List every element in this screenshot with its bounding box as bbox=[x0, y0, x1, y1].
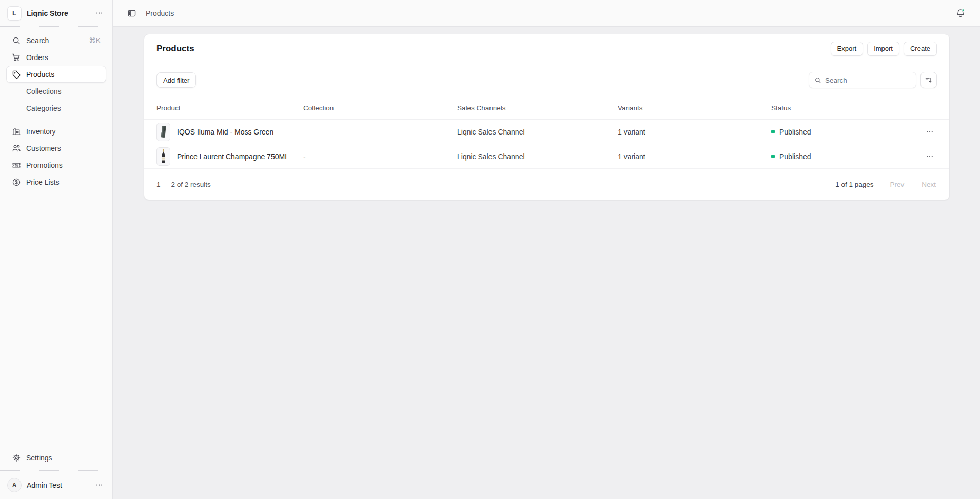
search-box[interactable] bbox=[809, 72, 916, 88]
store-name: Liqnic Store bbox=[27, 9, 88, 17]
users-icon bbox=[12, 144, 21, 153]
variants-cell: 1 variant bbox=[618, 152, 771, 161]
next-page-button[interactable]: Next bbox=[920, 179, 937, 190]
export-button[interactable]: Export bbox=[831, 42, 864, 56]
sidebar-item-promotions[interactable]: Promotions bbox=[6, 157, 106, 174]
sidebar-item-label: Search bbox=[26, 36, 84, 45]
sidebar-item-label: Collections bbox=[26, 87, 101, 95]
user-name: Admin Test bbox=[27, 481, 88, 489]
sidebar-item-label: Products bbox=[26, 70, 101, 79]
sidebar-item-label: Promotions bbox=[26, 161, 101, 169]
panel-left-icon bbox=[127, 9, 136, 18]
sidebar-item-categories[interactable]: Categories bbox=[6, 100, 106, 117]
column-header-collection: Collection bbox=[303, 104, 457, 112]
table-row[interactable]: IQOS Iluma Mid - Moss Green Liqnic Sales… bbox=[144, 120, 949, 144]
status-dot-green bbox=[771, 155, 775, 158]
products-card: Products Export Import Create Add filter bbox=[144, 34, 950, 200]
sidebar-item-inventory[interactable]: Inventory bbox=[6, 123, 106, 140]
product-thumbnail bbox=[156, 147, 170, 166]
variants-cell: 1 variant bbox=[618, 128, 771, 136]
sidebar-item-label: Categories bbox=[26, 104, 101, 112]
add-filter-button[interactable]: Add filter bbox=[156, 72, 196, 88]
page-count: 1 of 1 pages bbox=[835, 181, 873, 188]
results-count: 1 — 2 of 2 results bbox=[156, 181, 211, 188]
store-avatar: L bbox=[7, 6, 22, 21]
building-icon bbox=[12, 127, 21, 136]
sidebar: L Liqnic Store Search ⌘K Orders bbox=[0, 0, 113, 499]
sidebar-item-label: Settings bbox=[26, 454, 101, 462]
app-root: L Liqnic Store Search ⌘K Orders bbox=[0, 0, 980, 499]
sidebar-item-label: Price Lists bbox=[26, 178, 101, 186]
ellipsis-icon bbox=[95, 481, 103, 489]
ellipsis-icon bbox=[95, 9, 103, 17]
gear-icon bbox=[12, 453, 21, 463]
prev-page-button[interactable]: Prev bbox=[889, 179, 905, 190]
collection-cell: - bbox=[303, 152, 457, 161]
store-menu-button[interactable] bbox=[93, 7, 105, 19]
status-badge: Published bbox=[779, 128, 811, 136]
main-area: Products Products Export Import Create bbox=[113, 0, 980, 499]
user-menu[interactable]: A Admin Test bbox=[0, 470, 112, 499]
table-footer: 1 — 2 of 2 results 1 of 1 pages Prev Nex… bbox=[144, 169, 949, 200]
filter-right bbox=[809, 72, 937, 88]
sidebar-item-search[interactable]: Search ⌘K bbox=[6, 32, 106, 49]
bell-icon bbox=[955, 8, 966, 18]
dollar-circle-icon bbox=[12, 178, 21, 187]
keyboard-shortcut: ⌘K bbox=[89, 36, 101, 44]
notifications-button[interactable] bbox=[953, 6, 968, 21]
status-dot-green bbox=[771, 130, 775, 133]
table-row[interactable]: Prince Laurent Champagne 750ML - Liqnic … bbox=[144, 144, 949, 169]
search-icon bbox=[12, 36, 21, 45]
sidebar-item-label: Customers bbox=[26, 144, 101, 152]
sidebar-item-price-lists[interactable]: Price Lists bbox=[6, 174, 106, 190]
sidebar-item-orders[interactable]: Orders bbox=[6, 49, 106, 66]
sidebar-item-label: Orders bbox=[26, 53, 101, 62]
topbar-right bbox=[953, 6, 968, 21]
sidebar-item-settings[interactable]: Settings bbox=[6, 449, 106, 466]
sidebar-item-label: Inventory bbox=[26, 127, 101, 136]
status-badge: Published bbox=[779, 152, 811, 161]
column-header-sales-channels: Sales Channels bbox=[457, 104, 618, 112]
sort-button[interactable] bbox=[920, 72, 937, 88]
products-table: Product Collection Sales Channels Varian… bbox=[144, 97, 949, 169]
sidebar-spacer bbox=[0, 190, 112, 449]
sales-channels-cell: Liqnic Sales Channel bbox=[457, 128, 618, 136]
header-actions: Export Import Create bbox=[831, 42, 937, 56]
tag-icon bbox=[12, 70, 21, 79]
sidebar-nav: Search ⌘K Orders Products Collections Ca… bbox=[0, 27, 112, 190]
ticket-icon bbox=[12, 161, 21, 170]
product-name: Prince Laurent Champagne 750ML bbox=[177, 152, 289, 161]
sidebar-bottom: Settings bbox=[0, 449, 112, 470]
product-cell: Prince Laurent Champagne 750ML bbox=[156, 147, 303, 166]
page-title: Products bbox=[156, 44, 194, 54]
product-name: IQOS Iluma Mid - Moss Green bbox=[177, 128, 273, 136]
column-header-status: Status bbox=[771, 104, 908, 112]
user-menu-button[interactable] bbox=[93, 479, 105, 491]
ellipsis-icon bbox=[926, 152, 934, 161]
sidebar-toggle-button[interactable] bbox=[125, 7, 139, 20]
breadcrumb[interactable]: Products bbox=[146, 9, 174, 17]
column-header-variants: Variants bbox=[618, 104, 771, 112]
product-cell: IQOS Iluma Mid - Moss Green bbox=[156, 123, 303, 141]
table-header-row: Product Collection Sales Channels Varian… bbox=[144, 97, 949, 120]
row-actions-button[interactable] bbox=[923, 125, 937, 139]
topbar: Products bbox=[113, 0, 980, 27]
sort-descending-icon bbox=[925, 76, 933, 84]
create-button[interactable]: Create bbox=[904, 42, 937, 56]
status-cell: Published bbox=[771, 128, 908, 136]
sidebar-item-products[interactable]: Products bbox=[6, 66, 106, 83]
status-cell: Published bbox=[771, 152, 908, 161]
pagination: 1 of 1 pages Prev Next bbox=[835, 179, 937, 190]
sales-channels-cell: Liqnic Sales Channel bbox=[457, 152, 618, 161]
import-button[interactable]: Import bbox=[867, 42, 899, 56]
row-actions-button[interactable] bbox=[923, 149, 937, 164]
store-switcher[interactable]: L Liqnic Store bbox=[0, 0, 112, 27]
sidebar-item-collections[interactable]: Collections bbox=[6, 83, 106, 100]
search-icon bbox=[814, 76, 821, 84]
product-thumbnail bbox=[156, 123, 170, 141]
content-area: Products Export Import Create Add filter bbox=[113, 27, 980, 499]
sidebar-item-customers[interactable]: Customers bbox=[6, 140, 106, 157]
filter-row: Add filter bbox=[144, 63, 949, 97]
card-header: Products Export Import Create bbox=[144, 34, 949, 63]
search-input[interactable] bbox=[825, 76, 911, 84]
